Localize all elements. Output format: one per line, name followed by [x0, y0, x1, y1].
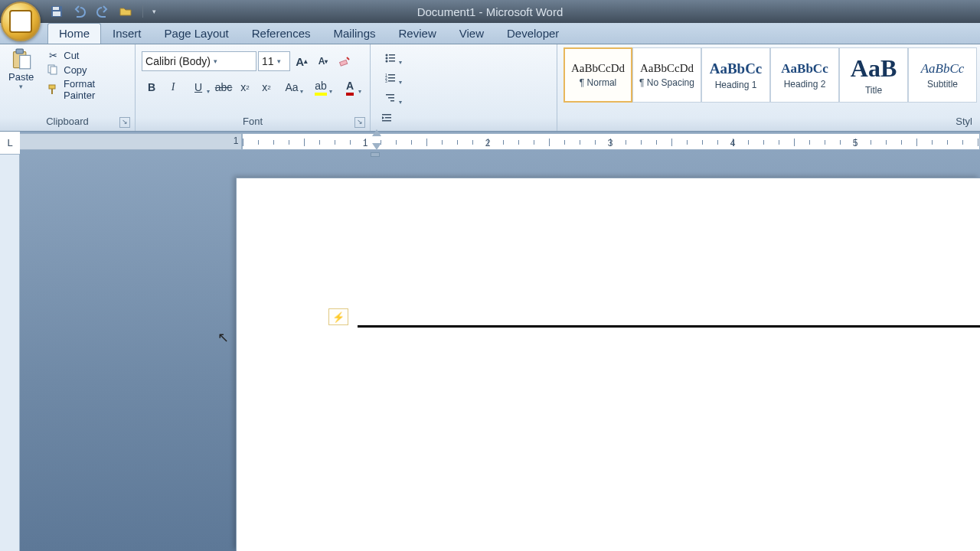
- horizontal-line: [358, 325, 980, 328]
- cut-button[interactable]: ✂ Cut: [44, 48, 132, 62]
- format-painter-icon: [47, 83, 59, 96]
- format-painter-button[interactable]: Format Painter: [44, 77, 132, 102]
- document-area: L 12345 1 ↖: [0, 132, 980, 551]
- autocorrect-options-icon[interactable]: [328, 308, 348, 325]
- vertical-ruler[interactable]: L: [0, 132, 20, 551]
- undo-icon[interactable]: [72, 4, 87, 19]
- style-name: Heading 2: [784, 79, 826, 90]
- chevron-down-icon: ▾: [277, 57, 281, 65]
- svg-rect-20: [388, 77, 395, 79]
- tab-review[interactable]: Review: [387, 23, 448, 44]
- svg-rect-8: [49, 85, 55, 89]
- ruler-number: 1: [234, 135, 239, 146]
- svg-rect-16: [389, 60, 395, 62]
- redo-icon[interactable]: [95, 4, 110, 19]
- paste-label: Paste: [8, 71, 34, 83]
- tab-selector[interactable]: L: [0, 132, 20, 155]
- svg-rect-9: [51, 89, 53, 94]
- style-title[interactable]: AaBTitle: [839, 47, 908, 103]
- decrease-indent-button[interactable]: [377, 108, 397, 128]
- quick-access-toolbar: ▾: [49, 4, 156, 19]
- svg-rect-28: [382, 120, 391, 122]
- subscript-button[interactable]: x2: [235, 77, 255, 97]
- ruler-number: 3: [608, 138, 613, 148]
- tab-insert[interactable]: Insert: [101, 23, 153, 44]
- font-launcher[interactable]: ↘: [354, 117, 365, 128]
- group-label-clipboard: Clipboard ↘: [3, 116, 132, 131]
- svg-rect-7: [51, 67, 57, 74]
- horizontal-ruler[interactable]: 12345 1: [20, 132, 980, 155]
- svg-point-11: [386, 54, 388, 57]
- format-painter-label: Format Painter: [64, 78, 129, 101]
- svg-rect-27: [385, 117, 391, 119]
- paste-button[interactable]: Paste ▾: [3, 46, 41, 116]
- cursor-icon: ↖: [217, 329, 229, 346]
- group-clipboard: Paste ▾ ✂ Cut Copy Form: [0, 44, 136, 131]
- paste-dropdown-icon: ▾: [19, 83, 23, 90]
- svg-rect-22: [388, 80, 395, 82]
- multilevel-list-button[interactable]: [377, 88, 404, 108]
- change-case-button[interactable]: Aa: [278, 77, 305, 97]
- clipboard-launcher[interactable]: ↘: [119, 117, 130, 128]
- svg-point-13: [386, 57, 388, 60]
- svg-rect-1: [53, 7, 59, 10]
- tab-view[interactable]: View: [448, 23, 495, 44]
- group-paragraph: 123 AZ ¶: [371, 44, 557, 131]
- svg-rect-18: [388, 74, 395, 76]
- copy-button[interactable]: Copy: [44, 63, 132, 77]
- style--no-spacing[interactable]: AaBbCcDd¶ No Spacing: [632, 47, 701, 103]
- svg-rect-26: [382, 114, 391, 116]
- title-bar: ▾ Document1 - Microsoft Word: [0, 0, 980, 23]
- svg-rect-2: [53, 11, 60, 16]
- style-preview: AaBbCc: [781, 61, 828, 77]
- cut-label: Cut: [64, 50, 79, 61]
- numbering-button[interactable]: 123: [377, 68, 404, 88]
- tab-developer[interactable]: Developer: [495, 23, 570, 44]
- strikethrough-button[interactable]: abc: [214, 77, 234, 97]
- page[interactable]: [236, 178, 980, 551]
- svg-rect-5: [19, 55, 30, 69]
- left-indent-marker[interactable]: [371, 152, 380, 157]
- underline-button[interactable]: U: [185, 77, 212, 97]
- style-subtitle[interactable]: AaBbCcSubtitle: [908, 47, 977, 103]
- style-name: Heading 1: [715, 80, 757, 90]
- superscript-button[interactable]: x2: [256, 77, 276, 97]
- bullets-button[interactable]: [377, 48, 404, 68]
- office-button[interactable]: [1, 2, 41, 41]
- bold-button[interactable]: B: [142, 77, 162, 97]
- style-name: ¶ No Spacing: [639, 77, 694, 88]
- style-name: Subtitle: [927, 79, 958, 90]
- svg-rect-10: [340, 60, 348, 66]
- font-size-select[interactable]: 11 ▾: [258, 51, 290, 71]
- style-preview: AaBbCc: [921, 61, 965, 77]
- tab-page-layout[interactable]: Page Layout: [153, 23, 240, 44]
- ribbon: Paste ▾ ✂ Cut Copy Form: [0, 44, 980, 132]
- style-heading-2[interactable]: AaBbCcHeading 2: [770, 47, 839, 103]
- copy-label: Copy: [64, 64, 87, 76]
- tab-mailings[interactable]: Mailings: [322, 23, 387, 44]
- font-family-select[interactable]: Calibri (Body) ▾: [142, 51, 256, 71]
- grow-font-button[interactable]: A▴: [292, 51, 312, 71]
- svg-text:3: 3: [385, 79, 387, 83]
- style-name: Title: [865, 85, 882, 96]
- tab-references[interactable]: References: [240, 23, 322, 44]
- style--normal[interactable]: AaBbCcDd¶ Normal: [564, 47, 632, 103]
- tab-home[interactable]: Home: [47, 23, 101, 44]
- copy-icon: [47, 64, 59, 76]
- qat-customize-dropdown[interactable]: ▾: [152, 8, 156, 15]
- italic-button[interactable]: I: [163, 77, 183, 97]
- font-color-button[interactable]: A: [336, 77, 364, 97]
- font-size-value: 11: [262, 55, 274, 67]
- svg-rect-14: [389, 57, 395, 59]
- style-preview: AaBbCcDd: [640, 62, 694, 75]
- save-icon[interactable]: [49, 4, 64, 19]
- open-icon[interactable]: [118, 4, 133, 19]
- style-heading-1[interactable]: AaBbCcHeading 1: [701, 47, 770, 103]
- clear-formatting-button[interactable]: [335, 51, 354, 71]
- cut-icon: ✂: [47, 49, 59, 61]
- shrink-font-button[interactable]: A▾: [313, 51, 333, 71]
- group-label-styles: Styl: [560, 116, 977, 131]
- ruler-number: 2: [485, 138, 491, 148]
- highlight-button[interactable]: ab: [307, 77, 335, 97]
- svg-rect-23: [386, 94, 394, 96]
